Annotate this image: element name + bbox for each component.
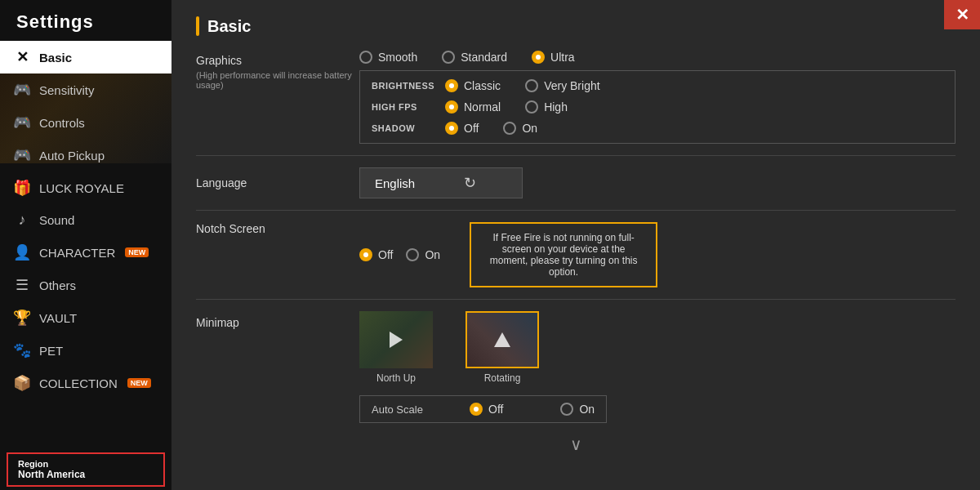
sidebar-item-label: Sound bbox=[39, 213, 74, 227]
sidebar-item-label: Controls bbox=[39, 116, 85, 130]
autoscale-label: Auto Scale bbox=[372, 403, 437, 416]
minimap-item-north-up[interactable]: North Up bbox=[359, 311, 433, 384]
graphics-standard-label: Standard bbox=[461, 51, 507, 64]
minimap-img-rotating bbox=[466, 311, 539, 368]
graphics-label: Graphics (High performance will increase… bbox=[196, 51, 359, 90]
refresh-icon[interactable]: ↻ bbox=[464, 174, 476, 192]
chevron-down-icon: ∨ bbox=[570, 435, 582, 453]
notch-controls: Off On If Free Fire is not running on fu… bbox=[359, 222, 657, 287]
controls-icon: 🎮 bbox=[13, 114, 31, 131]
radio-shadow-on bbox=[503, 122, 516, 135]
close-button[interactable]: ✕ bbox=[944, 0, 980, 29]
sidebar-item-others[interactable]: ☰ Others bbox=[0, 269, 172, 301]
section-bar bbox=[196, 16, 199, 36]
notch-screen-row: Notch Screen Off On If Free Fire is not … bbox=[196, 222, 956, 300]
brightness-very-bright[interactable]: Very Bright bbox=[525, 79, 599, 92]
new-badge-collection: NEW bbox=[127, 378, 151, 388]
sidebar-item-controls[interactable]: 🎮 Controls bbox=[0, 106, 172, 139]
pet-icon: 🐾 bbox=[13, 341, 31, 359]
minimap-item-rotating[interactable]: Rotating bbox=[466, 311, 539, 384]
minimap-north-up-caption: North Up bbox=[376, 372, 416, 384]
minimap-play-icon bbox=[390, 332, 403, 348]
settings-title: Settings bbox=[0, 0, 172, 41]
sidebar-item-luck-royale[interactable]: 🎁 LUCK ROYALE bbox=[0, 172, 172, 204]
radio-shadow-off bbox=[445, 122, 458, 135]
close-icon: ✕ bbox=[956, 5, 969, 24]
sidebar-item-label: Basic bbox=[39, 51, 72, 65]
sidebar-item-label: VAULT bbox=[39, 311, 77, 325]
sidebar-item-sensitivity[interactable]: 🎮 Sensitivity bbox=[0, 74, 172, 106]
fps-high-label: High bbox=[544, 100, 568, 114]
minimap-label: Minimap bbox=[196, 311, 359, 329]
brightness-options-fps: Normal High bbox=[445, 100, 568, 114]
sidebar-item-label: Others bbox=[39, 278, 76, 292]
brightness-key-brightness: BRIGHTNESS bbox=[372, 81, 445, 91]
notch-options: Off bbox=[359, 248, 393, 261]
graphics-option-ultra[interactable]: Ultra bbox=[532, 51, 575, 64]
sound-icon: ♪ bbox=[13, 212, 31, 229]
notch-on[interactable]: On bbox=[406, 248, 440, 261]
graphics-controls: Smooth Standard Ultra BRIGHTNESS bbox=[359, 51, 956, 144]
sidebar-item-character[interactable]: 👤 CHARACTER NEW bbox=[0, 236, 172, 269]
luck-royale-icon: 🎁 bbox=[13, 179, 31, 197]
minimap-rotating-caption: Rotating bbox=[484, 372, 521, 384]
notch-off-label: Off bbox=[378, 248, 393, 261]
radio-smooth bbox=[359, 51, 372, 64]
radio-very-bright bbox=[525, 79, 538, 92]
sidebar-item-label: COLLECTION bbox=[39, 376, 118, 390]
sensitivity-icon: 🎮 bbox=[13, 81, 31, 99]
region-value: North America bbox=[18, 469, 154, 480]
notch-off[interactable]: Off bbox=[359, 248, 393, 261]
region-label: Region bbox=[18, 459, 154, 469]
brightness-classic-label: Classic bbox=[464, 79, 501, 92]
section-title: Basic bbox=[196, 16, 956, 36]
sidebar-items: ✕ Basic 🎮 Sensitivity 🎮 Controls 🎮 Auto … bbox=[0, 41, 172, 490]
sidebar-item-basic[interactable]: ✕ Basic bbox=[0, 41, 172, 74]
shadow-on[interactable]: On bbox=[503, 122, 537, 135]
character-icon: 👤 bbox=[13, 243, 31, 261]
radio-notch-off bbox=[359, 248, 372, 261]
sidebar-item-label: LUCK ROYALE bbox=[39, 181, 124, 195]
radio-standard bbox=[442, 51, 455, 64]
shadow-off[interactable]: Off bbox=[445, 122, 479, 135]
radio-ultra bbox=[532, 51, 545, 64]
sidebar-item-sound[interactable]: ♪ Sound bbox=[0, 204, 172, 236]
vault-icon: 🏆 bbox=[13, 309, 31, 327]
brightness-classic[interactable]: Classic bbox=[445, 79, 501, 92]
graphics-row: Graphics (High performance will increase… bbox=[196, 51, 956, 156]
sidebar-item-collection[interactable]: 📦 COLLECTION NEW bbox=[0, 367, 172, 399]
language-select[interactable]: English ↻ bbox=[359, 167, 523, 198]
autoscale-on[interactable]: On bbox=[560, 403, 595, 416]
fps-normal-label: Normal bbox=[464, 100, 501, 114]
fps-high[interactable]: High bbox=[525, 100, 568, 114]
fps-normal[interactable]: Normal bbox=[445, 100, 501, 114]
notch-hint-text: If Free Fire is not running on full-scre… bbox=[490, 232, 638, 278]
others-icon: ☰ bbox=[13, 276, 31, 294]
graphics-option-smooth[interactable]: Smooth bbox=[359, 51, 417, 64]
basic-icon: ✕ bbox=[13, 48, 31, 66]
brightness-row-fps: HIGH FPS Normal High bbox=[372, 100, 943, 114]
minimap-maps: North Up Rotating bbox=[359, 311, 607, 384]
radio-fps-high bbox=[525, 100, 538, 114]
graphics-options-row: Smooth Standard Ultra bbox=[359, 51, 956, 64]
new-badge-character: NEW bbox=[125, 247, 149, 257]
autoscale-off[interactable]: Off bbox=[470, 403, 503, 416]
language-label: Language bbox=[196, 176, 359, 189]
brightness-options-shadow: Off On bbox=[445, 122, 537, 135]
region-selector[interactable]: Region North America bbox=[7, 452, 165, 487]
radio-autoscale-off bbox=[470, 403, 483, 416]
sidebar-item-auto-pickup[interactable]: 🎮 Auto Pickup bbox=[0, 139, 172, 172]
notch-screen-label: Notch Screen bbox=[196, 222, 359, 235]
brightness-box: BRIGHTNESS Classic Very Bright bbox=[359, 70, 956, 144]
minimap-img-north-up bbox=[359, 311, 433, 368]
minimap-row: Minimap North Up bbox=[196, 311, 956, 423]
language-value: English bbox=[375, 176, 415, 190]
radio-classic bbox=[445, 79, 458, 92]
sidebar-item-pet[interactable]: 🐾 PET bbox=[0, 334, 172, 367]
shadow-on-label: On bbox=[522, 122, 537, 135]
sidebar-item-vault[interactable]: 🏆 VAULT bbox=[0, 301, 172, 334]
graphics-option-standard[interactable]: Standard bbox=[442, 51, 507, 64]
scroll-down-chevron[interactable]: ∨ bbox=[196, 434, 956, 454]
sidebar-item-label: Sensitivity bbox=[39, 83, 95, 97]
auto-pickup-icon: 🎮 bbox=[13, 146, 31, 164]
